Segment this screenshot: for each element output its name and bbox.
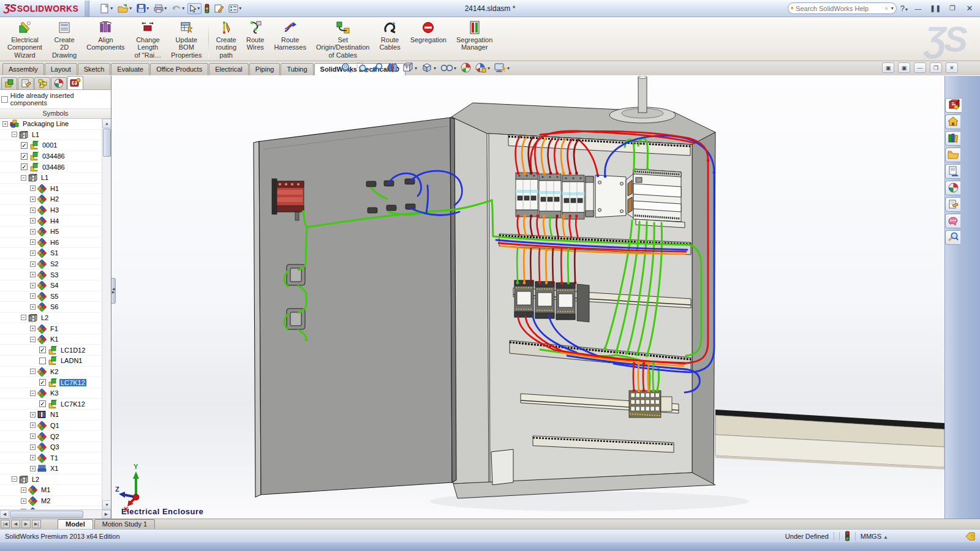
tree-item-h3[interactable]: +H3 <box>0 205 102 216</box>
tab-scroll-prev[interactable]: ◀ <box>11 520 20 528</box>
tree-item-h2[interactable]: +H2 <box>0 194 102 205</box>
tree-item-l1[interactable]: −L1 <box>0 173 102 184</box>
tree-item-ladn1[interactable]: LADN1 <box>0 356 102 367</box>
expand-toggle[interactable]: + <box>30 186 36 191</box>
ribbon-button-segregation-manager[interactable]: SegregationManager <box>451 17 497 61</box>
open-document-button[interactable]: ▾ <box>116 3 134 14</box>
tree-item-lc1d12[interactable]: ✓LC1D12 <box>0 345 102 356</box>
select-button[interactable]: ▾ <box>187 3 202 14</box>
tree-item-lc7k12[interactable]: ✓LC7K12 <box>0 399 102 410</box>
tree-item-m1[interactable]: +M1 <box>0 485 102 496</box>
tree-horizontal-scrollbar[interactable]: ◀ ▶ <box>0 509 111 519</box>
search-icon[interactable] <box>885 4 888 13</box>
expand-toggle[interactable]: + <box>30 208 36 213</box>
doc-restore-button[interactable]: ❐ <box>930 62 942 73</box>
tab-scroll-next[interactable]: ▶ <box>21 520 31 528</box>
tab-layout[interactable]: Layout <box>45 63 77 75</box>
tree-item-f1[interactable]: +F1 <box>0 323 102 334</box>
tree-item-s4[interactable]: +S4 <box>0 280 102 291</box>
taskpane-electrical-resources[interactable] <box>945 98 962 113</box>
enclosure-3d-scene[interactable]: Y Z X <box>111 76 944 519</box>
new-document-button[interactable]: ▾ <box>98 2 115 15</box>
tag-icon[interactable] <box>965 532 975 541</box>
search-input[interactable] <box>796 5 883 12</box>
tree-item-h6[interactable]: +H6 <box>0 238 102 249</box>
section-view-button[interactable] <box>386 62 399 75</box>
taskpane-design-library[interactable] <box>945 131 960 146</box>
expand-toggle[interactable]: + <box>30 283 36 288</box>
rebuild-button[interactable] <box>203 2 211 15</box>
door-transformer[interactable] <box>272 179 304 214</box>
expand-toggle[interactable]: + <box>30 444 36 450</box>
tree-item-x1[interactable]: +X1 <box>0 463 102 474</box>
ribbon-button-create-routing-path[interactable]: Createroutingpath <box>211 17 241 61</box>
panel-component-tab[interactable] <box>1 77 17 89</box>
tree-item-s3[interactable]: +S3 <box>0 269 102 280</box>
scroll-up-arrow[interactable]: ▲ <box>102 119 111 128</box>
edit-appearance-button[interactable] <box>460 62 472 75</box>
collapse-toggle[interactable]: − <box>12 132 17 137</box>
plc-unit[interactable] <box>633 169 685 228</box>
hide-show-items-button[interactable]: ▾ <box>440 63 457 74</box>
tab-electrical[interactable]: Electrical <box>209 63 249 75</box>
ribbon-button-electrical-component-wizard[interactable]: ElectricalComponentWizard <box>2 17 47 61</box>
ribbon-button-route-harnesses[interactable]: RouteHarnesses <box>269 17 311 61</box>
hscroll-thumb[interactable] <box>10 511 83 518</box>
taskpane-view-palette[interactable] <box>945 164 960 179</box>
tree-item-n1[interactable]: +N1 <box>0 410 102 421</box>
scroll-right-arrow[interactable]: ▶ <box>102 510 111 519</box>
pane-right-icon[interactable]: ▣ <box>898 62 910 73</box>
tree-item-m2[interactable]: +M2 <box>0 496 102 507</box>
tab-sketch[interactable]: Sketch <box>78 63 111 75</box>
print-button[interactable]: ▾ <box>152 3 168 14</box>
tree-item-lc7k12[interactable]: ✓LC7K12 <box>0 377 102 388</box>
doctab-motion-study-1[interactable]: Motion Study 1 <box>94 519 155 529</box>
enclosure-door[interactable] <box>254 118 456 497</box>
tree-item-l1[interactable]: −L1 <box>0 130 102 141</box>
zoom-fit-button[interactable] <box>341 62 353 75</box>
doc-close-button[interactable]: ✕ <box>946 62 958 73</box>
expand-toggle[interactable]: + <box>2 121 8 127</box>
tree-item-h1[interactable]: +H1 <box>0 184 102 195</box>
tree-item-034486[interactable]: ✓034486 <box>0 151 102 162</box>
tree-item-k3[interactable]: −K3 <box>0 388 102 399</box>
hide-inserted-checkbox[interactable] <box>1 96 8 103</box>
ribbon-button-align-components[interactable]: AlignComponents <box>81 17 129 61</box>
tree-item-q2[interactable]: +Q2 <box>0 431 102 442</box>
collapse-toggle[interactable]: − <box>21 175 26 181</box>
tree-item-k1[interactable]: −K1 <box>0 334 102 345</box>
taskpane-appearances[interactable] <box>945 181 960 195</box>
expand-toggle[interactable]: + <box>30 422 36 428</box>
help-button[interactable]: ?▾ <box>900 4 908 13</box>
file-properties-button[interactable] <box>213 2 225 14</box>
collapse-toggle[interactable]: − <box>30 337 36 342</box>
help-search-box[interactable]: ? ▾ <box>788 2 897 14</box>
view-settings-button[interactable]: ▾ <box>494 62 510 75</box>
item-checkbox[interactable]: ✓ <box>21 163 28 170</box>
scroll-left-arrow[interactable]: ◀ <box>0 510 9 519</box>
item-checkbox[interactable]: ✓ <box>21 142 28 149</box>
circuit-breakers[interactable] <box>516 173 594 219</box>
ribbon-button-change-length-of-rai[interactable]: ChangeLengthof "Rai… <box>130 17 167 61</box>
item-checkbox[interactable]: ✓ <box>39 400 46 407</box>
panel-structure-tab[interactable] <box>34 77 50 89</box>
scroll-thumb[interactable] <box>103 129 111 157</box>
cable-conduit-pipe[interactable] <box>609 76 676 123</box>
taskpane-file-explorer[interactable] <box>945 148 960 162</box>
close-button[interactable]: ✕ <box>963 3 976 14</box>
units-selector[interactable]: MMGS ▲ <box>861 533 888 540</box>
expand-toggle[interactable]: + <box>30 304 36 310</box>
maximize-button[interactable]: ❚❚ <box>929 3 942 14</box>
tree-item-q3[interactable]: +Q3 <box>0 442 102 453</box>
tab-scroll-first[interactable]: |◀ <box>1 520 10 528</box>
expand-toggle[interactable]: + <box>30 326 36 331</box>
expand-toggle[interactable]: + <box>30 433 36 439</box>
tree-vertical-scrollbar[interactable]: ▲ ▼ <box>102 119 111 509</box>
apply-scene-button[interactable]: ▾ <box>475 62 491 75</box>
motor-contactors[interactable] <box>514 280 589 322</box>
tree-item-k2[interactable]: −K2 <box>0 367 102 378</box>
conveyor-rail[interactable] <box>715 410 944 470</box>
tree-item-l2[interactable]: −L2 <box>0 474 102 485</box>
expand-toggle[interactable]: + <box>30 250 36 256</box>
expand-toggle[interactable]: + <box>30 218 36 223</box>
